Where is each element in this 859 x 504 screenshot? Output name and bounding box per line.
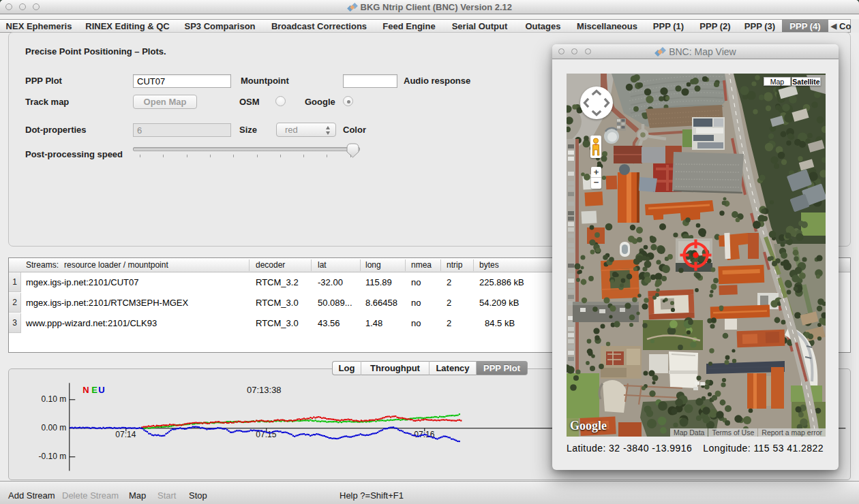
svg-text:U: U (98, 385, 104, 395)
svg-text:0.10 m: 0.10 m (42, 394, 67, 404)
svg-text:07:13:38: 07:13:38 (247, 385, 282, 395)
svg-text:0.00 m: 0.00 m (42, 423, 67, 432)
svg-text:07:14: 07:14 (115, 430, 136, 439)
svg-text:-0.10 m: -0.10 m (39, 452, 67, 461)
svg-text:N: N (82, 385, 89, 395)
svg-text:E: E (91, 385, 97, 395)
